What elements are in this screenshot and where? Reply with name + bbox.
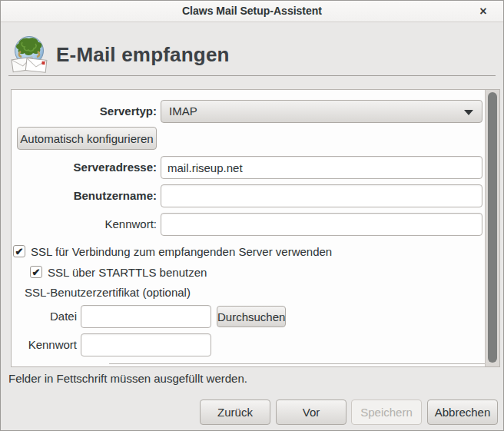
forward-button[interactable]: Vor xyxy=(276,400,346,425)
check-icon: ✔ xyxy=(30,266,42,278)
serveradresse-label: Serveradresse: xyxy=(12,156,157,179)
browse-button[interactable]: Durchsuchen xyxy=(217,306,286,327)
ssl-checkbox-label: SSL für Verbindung zum empfangenden Serv… xyxy=(31,245,332,258)
scrollbar-track[interactable] xyxy=(485,90,499,366)
back-button[interactable]: Zurück xyxy=(200,400,270,425)
starttls-checkbox-label: SSL über STARTTLS benutzen xyxy=(48,266,207,279)
cert-kennwort-input[interactable] xyxy=(81,333,211,356)
check-icon: ✔ xyxy=(13,245,25,257)
setup-assistant-dialog: Claws Mail Setup-Assistent × E-Mail empf… xyxy=(0,0,504,431)
header-separator xyxy=(8,75,496,76)
cert-datei-label: Datei xyxy=(12,305,77,328)
kennwort-label: Kennwort: xyxy=(12,213,157,236)
benutzername-input[interactable] xyxy=(161,184,482,207)
ssl-checkbox[interactable]: ✔ SSL für Verbindung zum empfangenden Se… xyxy=(13,244,332,258)
scrollbar-thumb[interactable] xyxy=(488,92,497,363)
kennwort-input[interactable] xyxy=(161,213,482,236)
cert-kennwort-label: Kennwort xyxy=(12,333,77,356)
titlebar[interactable]: Claws Mail Setup-Assistent × xyxy=(1,1,503,22)
mandatory-fields-note: Felder in Fettschrift müssen ausgefüllt … xyxy=(8,372,247,385)
cert-datei-input[interactable] xyxy=(81,305,211,328)
form-scroll-panel: Servertyp: IMAP Automatisch konfiguriere… xyxy=(11,89,500,367)
servertyp-dropdown[interactable]: IMAP xyxy=(161,100,482,123)
auto-configure-button[interactable]: Automatisch konfigurieren xyxy=(17,127,157,150)
cancel-button[interactable]: Abbrechen xyxy=(427,400,498,425)
page-title: E-Mail empfangen xyxy=(56,43,230,67)
save-button[interactable]: Speichern xyxy=(351,400,422,425)
servertyp-label: Servertyp: xyxy=(12,100,157,123)
benutzername-label: Benutzername: xyxy=(12,184,157,207)
starttls-checkbox[interactable]: ✔ SSL über STARTTLS benutzen xyxy=(30,265,207,279)
close-icon[interactable]: × xyxy=(471,1,496,22)
serveradresse-input[interactable] xyxy=(161,156,482,179)
chevron-down-icon xyxy=(464,110,473,115)
window-title: Claws Mail Setup-Assistent xyxy=(1,1,503,22)
claws-mail-logo-icon xyxy=(8,35,51,74)
cutoff-widget-edge xyxy=(109,363,486,364)
cert-section-label: SSL-Benutzerzertifikat (optional) xyxy=(25,286,191,299)
servertyp-selected-value: IMAP xyxy=(169,104,197,118)
